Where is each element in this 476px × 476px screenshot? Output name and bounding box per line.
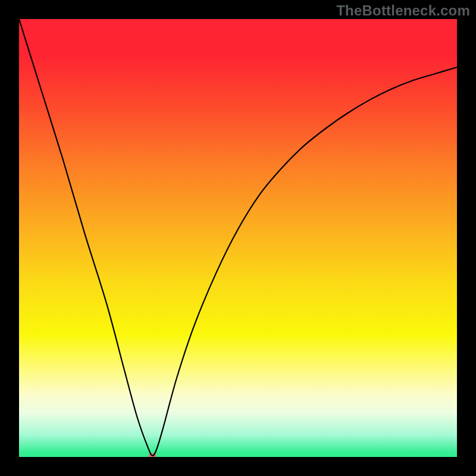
watermark-text: TheBottleneck.com: [336, 2, 470, 19]
bottleneck-curve: [19, 19, 457, 457]
chart-frame: TheBottleneck.com: [0, 0, 476, 476]
curve-path: [19, 19, 457, 456]
plot-area: [19, 19, 457, 457]
